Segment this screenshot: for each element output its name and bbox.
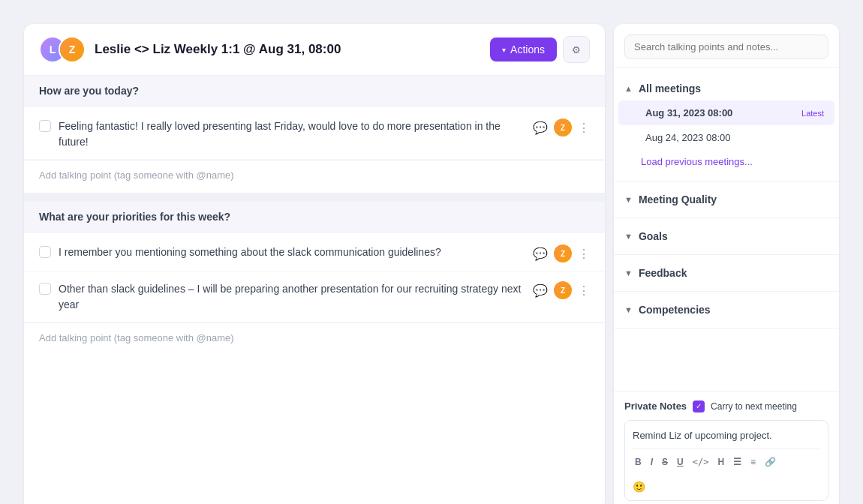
meeting-item-aug31[interactable]: Aug 31, 2023 08:00 Latest bbox=[618, 100, 834, 125]
collapse-feedback-icon: ▼ bbox=[624, 268, 633, 278]
avatar-group: L Z bbox=[39, 36, 86, 63]
more-icon-2[interactable]: ⋮ bbox=[578, 247, 590, 261]
checkbox-2[interactable] bbox=[39, 246, 51, 258]
talking-point-3: Other than slack guidelines – I will be … bbox=[24, 272, 605, 322]
load-more-meetings[interactable]: Load previous meetings... bbox=[614, 150, 839, 173]
point-text-1: Feeling fantastic! I really loved presen… bbox=[59, 118, 525, 150]
talking-point-1: Feeling fantastic! I really loved presen… bbox=[24, 110, 605, 160]
comment-icon-2[interactable]: 💬 bbox=[533, 247, 548, 261]
ordered-list-button[interactable]: ≡ bbox=[748, 455, 758, 469]
comment-icon-1[interactable]: 💬 bbox=[533, 121, 548, 135]
search-input[interactable] bbox=[624, 34, 828, 59]
meeting-header: L Z Leslie <> Liz Weekly 1:1 @ Aug 31, 0… bbox=[24, 24, 605, 76]
header-actions: ▾ Actions ⚙ bbox=[490, 36, 590, 63]
point-2-actions: 💬 Z ⋮ bbox=[533, 244, 590, 262]
competencies-section[interactable]: ▼ Competencies bbox=[614, 296, 839, 323]
competencies-label: Competencies bbox=[639, 304, 711, 316]
add-talking-point-2[interactable]: Add talking point (tag someone with @nam… bbox=[24, 322, 605, 352]
section-priorities: What are your priorities for this week? … bbox=[24, 202, 605, 356]
meeting-item-aug31-row: Aug 31, 2023 08:00 Latest bbox=[645, 107, 824, 118]
collapse-all-meetings-icon: ▲ bbox=[624, 84, 633, 93]
bold-button[interactable]: B bbox=[633, 455, 644, 469]
sidebar-divider-1 bbox=[614, 181, 839, 182]
goals-section[interactable]: ▼ Goals bbox=[614, 223, 839, 250]
checkbox-3[interactable] bbox=[39, 283, 51, 295]
meeting-quality-label: Meeting Quality bbox=[639, 194, 717, 206]
collapse-meeting-quality-icon: ▼ bbox=[624, 195, 633, 204]
settings-button[interactable]: ⚙ bbox=[563, 36, 590, 63]
meeting-aug31-date: Aug 31, 2023 08:00 bbox=[645, 107, 732, 118]
section-how-are-you: How are you today? Feeling fantastic! I … bbox=[24, 76, 605, 193]
notes-editor[interactable]: Remind Liz of upcoming project. B I S U … bbox=[624, 420, 828, 502]
more-icon-3[interactable]: ⋮ bbox=[578, 284, 590, 298]
app-container: L Z Leslie <> Liz Weekly 1:1 @ Aug 31, 0… bbox=[15, 15, 848, 504]
meeting-title: Leslie <> Liz Weekly 1:1 @ Aug 31, 08:00 bbox=[95, 42, 481, 57]
right-panel: ▲ All meetings Aug 31, 2023 08:00 Latest… bbox=[614, 24, 839, 504]
meeting-quality-section[interactable]: ▼ Meeting Quality bbox=[614, 186, 839, 213]
all-meetings-collapse[interactable]: ▲ All meetings bbox=[614, 76, 839, 100]
all-meetings-label: All meetings bbox=[639, 82, 701, 94]
notes-text: Remind Liz of upcoming project. bbox=[633, 428, 820, 443]
sidebar-divider-2 bbox=[614, 218, 839, 218]
unordered-list-button[interactable]: ☰ bbox=[731, 455, 744, 469]
collapse-competencies-icon: ▼ bbox=[624, 305, 633, 314]
comment-icon-3[interactable]: 💬 bbox=[533, 284, 548, 298]
section-2-header: What are your priorities for this week? bbox=[24, 202, 605, 232]
checkbox-1[interactable] bbox=[39, 120, 51, 132]
italic-button[interactable]: I bbox=[648, 455, 655, 469]
section-1-header: How are you today? bbox=[24, 76, 605, 106]
sidebar-divider-5 bbox=[614, 328, 839, 328]
search-container bbox=[614, 24, 839, 68]
gear-icon: ⚙ bbox=[572, 44, 581, 56]
collapse-goals-icon: ▼ bbox=[624, 232, 633, 241]
point-2-avatar: Z bbox=[554, 244, 572, 262]
chevron-down-icon: ▾ bbox=[502, 46, 506, 54]
carry-checkbox[interactable]: ✓ bbox=[693, 400, 705, 412]
add-tp-1-placeholder: Add talking point (tag someone with @nam… bbox=[39, 170, 234, 181]
point-3-avatar: Z bbox=[554, 281, 572, 299]
section-1-title: How are you today? bbox=[39, 85, 139, 97]
actions-button[interactable]: ▾ Actions bbox=[490, 38, 557, 62]
point-1-avatar: Z bbox=[554, 118, 572, 136]
section-2-title: What are your priorities for this week? bbox=[39, 211, 230, 223]
section-1-content: Feeling fantastic! I really loved presen… bbox=[24, 106, 605, 193]
meeting-item-aug24[interactable]: Aug 24, 2023 08:00 bbox=[618, 125, 834, 150]
meeting-aug24-date: Aug 24, 2023 08:00 bbox=[645, 132, 731, 143]
sidebar-scroll: ▲ All meetings Aug 31, 2023 08:00 Latest… bbox=[614, 68, 839, 391]
avatar-liz: Z bbox=[59, 36, 86, 63]
private-notes-header: Private Notes ✓ Carry to next meeting bbox=[624, 400, 828, 412]
more-icon-1[interactable]: ⋮ bbox=[578, 121, 590, 135]
add-tp-2-placeholder: Add talking point (tag someone with @nam… bbox=[39, 332, 234, 344]
private-notes-area: Private Notes ✓ Carry to next meeting Re… bbox=[614, 391, 839, 505]
point-text-2: I remember you mentioning something abou… bbox=[59, 244, 525, 260]
emoji-button[interactable]: 🙂 bbox=[633, 478, 645, 493]
underline-button[interactable]: U bbox=[675, 455, 686, 469]
code-button[interactable]: </> bbox=[690, 455, 711, 469]
goals-label: Goals bbox=[639, 230, 668, 242]
feedback-section[interactable]: ▼ Feedback bbox=[614, 260, 839, 286]
private-notes-label: Private Notes bbox=[624, 400, 687, 412]
heading-button[interactable]: H bbox=[715, 455, 726, 469]
link-button[interactable]: 🔗 bbox=[762, 455, 778, 469]
latest-badge: Latest bbox=[801, 109, 824, 118]
sidebar-divider-3 bbox=[614, 254, 839, 255]
section-2-content: I remember you mentioning something abou… bbox=[24, 232, 605, 356]
load-more-label: Load previous meetings... bbox=[641, 156, 753, 167]
left-panel: L Z Leslie <> Liz Weekly 1:1 @ Aug 31, 0… bbox=[24, 24, 605, 504]
editor-toolbar: B I S U </> H ☰ ≡ 🔗 🙂 bbox=[633, 448, 820, 493]
point-3-actions: 💬 Z ⋮ bbox=[533, 281, 590, 299]
sidebar-divider-4 bbox=[614, 291, 839, 292]
avatar-liz-img: Z bbox=[60, 38, 84, 62]
actions-button-label: Actions bbox=[510, 44, 545, 56]
feedback-label: Feedback bbox=[639, 267, 687, 279]
point-text-3: Other than slack guidelines – I will be … bbox=[59, 281, 525, 313]
strikethrough-button[interactable]: S bbox=[660, 455, 670, 469]
section-divider-1 bbox=[24, 193, 605, 202]
meeting-nav-section: ▲ All meetings Aug 31, 2023 08:00 Latest… bbox=[614, 74, 839, 176]
add-talking-point-1[interactable]: Add talking point (tag someone with @nam… bbox=[24, 160, 605, 190]
carry-label: Carry to next meeting bbox=[711, 401, 797, 412]
content-scroll: How are you today? Feeling fantastic! I … bbox=[24, 76, 605, 504]
point-1-actions: 💬 Z ⋮ bbox=[533, 118, 590, 136]
talking-point-2: I remember you mentioning something abou… bbox=[24, 236, 605, 272]
